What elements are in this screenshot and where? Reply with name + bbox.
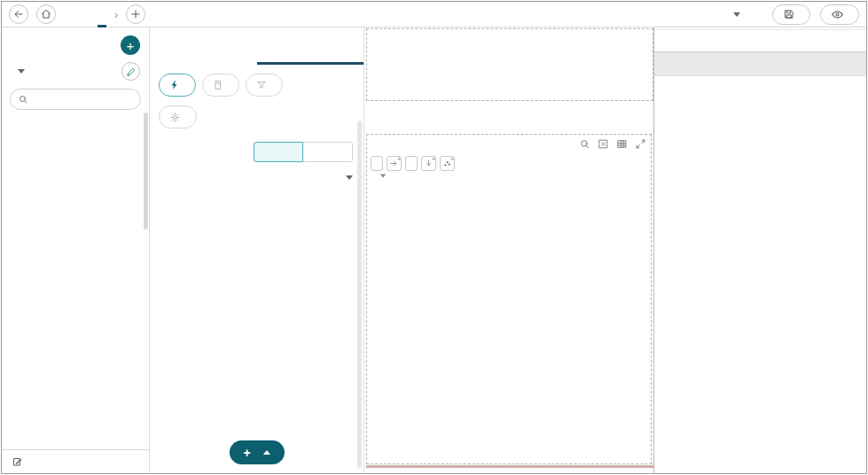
top-toolbar: › [2, 2, 866, 27]
pencil-icon [126, 66, 137, 77]
app-window: › + [1, 1, 867, 474]
chevron-up-icon [263, 450, 270, 455]
home-button[interactable] [36, 4, 56, 24]
lightning-bolt-icon [169, 80, 180, 90]
plus-icon: + [243, 446, 250, 460]
excel-export-icon[interactable] [598, 138, 609, 150]
source-datatable-dropdown[interactable] [340, 175, 353, 180]
eye-icon [831, 8, 844, 21]
add-row-hierarchy-icon[interactable]: + [421, 156, 436, 171]
search-icon [18, 94, 28, 105]
tab-how-to-actions[interactable] [98, 2, 106, 27]
options-button[interactable] [159, 105, 197, 128]
dashboard-notes-textbox[interactable] [366, 28, 653, 101]
issues-workbook-item[interactable] [654, 52, 866, 76]
scope-all-option[interactable] [254, 142, 303, 162]
workbook-data-table-editor-button[interactable] [2, 449, 149, 473]
theme-selector[interactable] [730, 12, 740, 17]
toolbar-right-group [730, 4, 859, 25]
color-dimension-value[interactable] [377, 174, 387, 178]
maximize-icon[interactable] [635, 138, 646, 150]
workbook-actions-panel: + [150, 27, 364, 474]
tab-time-parameters[interactable] [81, 2, 90, 27]
chevron-down-icon [346, 175, 353, 180]
search-icon[interactable] [579, 138, 590, 150]
scope-current-option[interactable] [303, 142, 353, 162]
search-columns-box[interactable] [10, 89, 141, 110]
funnel-icon [256, 80, 267, 90]
breadcrumb-region-pill[interactable] [405, 156, 418, 171]
edit-table-icon [12, 456, 24, 468]
table-icon[interactable] [616, 138, 628, 150]
add-data-table-button[interactable]: + [121, 35, 140, 55]
search-columns-input[interactable] [34, 94, 131, 105]
bar-chart [367, 191, 650, 462]
panel-scrollbar[interactable] [357, 121, 362, 468]
actions-button[interactable] [159, 74, 196, 97]
chart-panel[interactable]: + + + [366, 134, 652, 464]
data-table-panel: + [2, 27, 150, 474]
save-button[interactable] [772, 4, 810, 25]
sidebar-scrollbar[interactable] [144, 113, 148, 230]
new-action-button[interactable]: + [229, 440, 284, 464]
theme-icon [213, 80, 223, 90]
save-icon [783, 8, 795, 20]
tab-workbook[interactable] [257, 45, 364, 65]
global-filter-button[interactable] [246, 74, 283, 97]
breadcrumb-industry-pill[interactable] [371, 156, 383, 171]
add-column-hierarchy-icon[interactable]: + [387, 156, 402, 171]
tab-data-entry[interactable] [64, 2, 73, 27]
tab-dashboard[interactable] [150, 45, 257, 65]
add-breakdown-icon[interactable]: + [440, 156, 455, 171]
canvas-bottom-edge [366, 465, 653, 468]
tab-overflow-chevron-icon[interactable]: › [114, 8, 118, 21]
column-list [2, 113, 149, 456]
gear-icon [169, 112, 181, 123]
issues-panel [653, 27, 866, 474]
dashboard-canvas: + + + [364, 27, 653, 474]
dashboard-scope-toggle [254, 142, 353, 162]
chevron-down-icon [380, 175, 386, 178]
edit-data-table-button[interactable] [121, 62, 140, 81]
panel-title [150, 27, 364, 45]
add-dashboard-button[interactable] [126, 4, 145, 24]
action-list [150, 187, 361, 437]
back-button[interactable] [9, 4, 28, 24]
theme-button[interactable] [202, 74, 239, 97]
issues-status [654, 29, 866, 52]
view-button[interactable] [820, 4, 859, 25]
chevron-down-icon [733, 12, 740, 17]
chevron-down-icon[interactable] [18, 69, 25, 74]
